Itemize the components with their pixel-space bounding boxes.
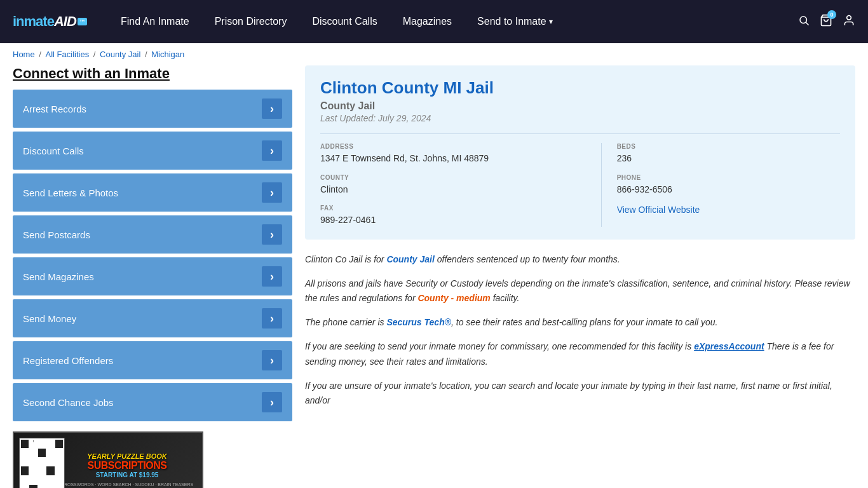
sidebar-item-arrest-records[interactable]: Arrest Records › bbox=[13, 90, 292, 128]
desc-para1-highlight: County Jail bbox=[386, 254, 434, 264]
arrow-icon: › bbox=[262, 392, 282, 412]
arrow-icon: › bbox=[262, 182, 282, 203]
fax-label: FAX bbox=[320, 205, 588, 212]
sidebar-item-label: Second Chance Jobs bbox=[23, 397, 114, 408]
sidebar-menu: Arrest Records › Discount Calls › Send L… bbox=[13, 90, 292, 421]
arrow-icon: › bbox=[262, 308, 282, 329]
facility-description: Clinton Co Jail is for County Jail offen… bbox=[305, 252, 855, 409]
facility-name: Clinton County MI Jail bbox=[320, 78, 840, 98]
phone-label: PHONE bbox=[617, 174, 840, 181]
desc-para3-text1: The phone carrier is bbox=[305, 317, 386, 327]
desc-para2-highlight: County - medium bbox=[417, 293, 490, 303]
header: inmateAID ™ Find An Inmate Prison Direct… bbox=[0, 0, 868, 43]
sidebar-item-label: Send Postcards bbox=[23, 229, 90, 240]
express-account-link[interactable]: eXpressAccount bbox=[694, 341, 764, 351]
nav-prison-directory[interactable]: Prison Directory bbox=[215, 16, 287, 27]
address-label: ADDRESS bbox=[320, 143, 588, 150]
cart-badge: 0 bbox=[827, 10, 836, 19]
view-official-website-link[interactable]: View Official Website bbox=[617, 205, 700, 215]
sidebar-item-label: Send Magazines bbox=[23, 271, 94, 282]
desc-para2: All prisons and jails have Security or C… bbox=[305, 276, 855, 307]
desc-para2-text2: facility. bbox=[491, 293, 520, 303]
breadcrumb: Home / All Facilities / County Jail / Mi… bbox=[0, 43, 868, 65]
breadcrumb-michigan[interactable]: Michigan bbox=[151, 50, 184, 59]
ad-line3: STARTING AT $19.95 bbox=[61, 471, 193, 478]
main-nav: Find An Inmate Prison Directory Discount… bbox=[121, 16, 779, 27]
breadcrumb-county-jail[interactable]: County Jail bbox=[100, 50, 140, 59]
county-value: Clinton bbox=[320, 184, 588, 196]
desc-para4-text1: If you are seeking to send your inmate m… bbox=[305, 341, 694, 351]
sidebar-item-label: Registered Offenders bbox=[23, 355, 113, 366]
sidebar-item-registered-offenders[interactable]: Registered Offenders › bbox=[13, 341, 292, 379]
sidebar-item-label: Send Money bbox=[23, 313, 76, 324]
ad-banner[interactable]: 1 YEARLY PUZZLE BOOK SUBSCRIPTIONS START… bbox=[13, 431, 203, 488]
sidebar-item-send-letters[interactable]: Send Letters & Photos › bbox=[13, 173, 292, 212]
logo-badge: ™ bbox=[78, 18, 87, 25]
phone-value: 866-932-6506 bbox=[617, 184, 840, 196]
arrow-icon: › bbox=[262, 98, 282, 119]
sidebar-item-label: Discount Calls bbox=[23, 146, 84, 156]
sidebar-item-send-magazines[interactable]: Send Magazines › bbox=[13, 257, 292, 295]
sidebar-item-send-postcards[interactable]: Send Postcards › bbox=[13, 215, 292, 254]
breadcrumb-separator-2: / bbox=[93, 50, 98, 59]
ad-line5: CROSSWORDS · WORD SEARCH · SUDOKU · BRAI… bbox=[61, 482, 193, 487]
desc-para5: If you are unsure of your inmate's locat… bbox=[305, 379, 855, 409]
sidebar-title: Connect with an Inmate bbox=[13, 65, 292, 82]
beds-value: 236 bbox=[617, 152, 840, 165]
breadcrumb-home[interactable]: Home bbox=[13, 50, 35, 59]
arrow-icon: › bbox=[262, 140, 282, 161]
puzzle-graphic: 1 bbox=[19, 438, 65, 488]
nav-discount-calls[interactable]: Discount Calls bbox=[312, 16, 377, 27]
sidebar-item-label: Arrest Records bbox=[23, 104, 86, 114]
facility-card: Clinton County MI Jail County Jail Last … bbox=[305, 65, 855, 240]
desc-para4: If you are seeking to send your inmate m… bbox=[305, 339, 855, 370]
desc-para3: The phone carrier is Securus Tech®, to s… bbox=[305, 315, 855, 330]
breadcrumb-all-facilities[interactable]: All Facilities bbox=[46, 50, 90, 59]
desc-para1-text1: Clinton Co Jail is for bbox=[305, 254, 386, 264]
arrow-icon: › bbox=[262, 224, 282, 245]
county-label: COUNTY bbox=[320, 174, 588, 181]
main-layout: Connect with an Inmate Arrest Records › … bbox=[0, 65, 868, 488]
facility-type: County Jail bbox=[320, 100, 840, 112]
desc-para2-text1: All prisons and jails have Security or C… bbox=[305, 278, 850, 304]
arrow-icon: › bbox=[262, 350, 282, 370]
svg-point-3 bbox=[847, 15, 851, 20]
beds-label: BEDS bbox=[617, 143, 840, 150]
logo[interactable]: inmateAID ™ bbox=[13, 13, 102, 30]
sidebar-item-second-chance-jobs[interactable]: Second Chance Jobs › bbox=[13, 383, 292, 421]
logo-text: inmateAID bbox=[13, 13, 76, 30]
sidebar-item-send-money[interactable]: Send Money › bbox=[13, 299, 292, 337]
svg-line-1 bbox=[806, 22, 808, 25]
breadcrumb-separator-3: / bbox=[145, 50, 149, 59]
breadcrumb-separator-1: / bbox=[39, 50, 43, 59]
desc-para3-text2: , to see their rates and best-calling pl… bbox=[451, 317, 717, 327]
nav-find-inmate[interactable]: Find An Inmate bbox=[121, 16, 189, 27]
sidebar-item-label: Send Letters & Photos bbox=[23, 187, 118, 198]
address-value: 1347 E Townsend Rd, St. Johns, MI 48879 bbox=[320, 152, 588, 165]
facility-details: ADDRESS 1347 E Townsend Rd, St. Johns, M… bbox=[320, 133, 840, 227]
svg-point-0 bbox=[800, 17, 807, 24]
fax-value: 989-227-0461 bbox=[320, 214, 588, 227]
ad-text-area: YEARLY PUZZLE BOOK SUBSCRIPTIONS STARTIN… bbox=[61, 452, 193, 487]
search-icon[interactable] bbox=[798, 15, 810, 29]
ad-line2: SUBSCRIPTIONS bbox=[61, 460, 193, 471]
arrow-icon: › bbox=[262, 266, 282, 287]
ad-line1: YEARLY PUZZLE BOOK bbox=[61, 452, 193, 460]
desc-para1-text2: offenders sentenced up to twenty four mo… bbox=[435, 254, 620, 264]
desc-para3-highlight: Securus Tech® bbox=[386, 317, 451, 327]
nav-send-to-inmate[interactable]: Send to Inmate bbox=[477, 16, 553, 27]
desc-para1: Clinton Co Jail is for County Jail offen… bbox=[305, 252, 855, 268]
header-icons: 0 bbox=[798, 14, 855, 30]
sidebar: Connect with an Inmate Arrest Records › … bbox=[13, 65, 292, 488]
cart-icon[interactable]: 0 bbox=[820, 14, 832, 30]
sidebar-item-discount-calls[interactable]: Discount Calls › bbox=[13, 132, 292, 170]
main-content: Clinton County MI Jail County Jail Last … bbox=[305, 65, 855, 488]
user-icon[interactable] bbox=[843, 14, 855, 30]
facility-updated: Last Updated: July 29, 2024 bbox=[320, 113, 840, 123]
nav-magazines[interactable]: Magazines bbox=[403, 16, 452, 27]
